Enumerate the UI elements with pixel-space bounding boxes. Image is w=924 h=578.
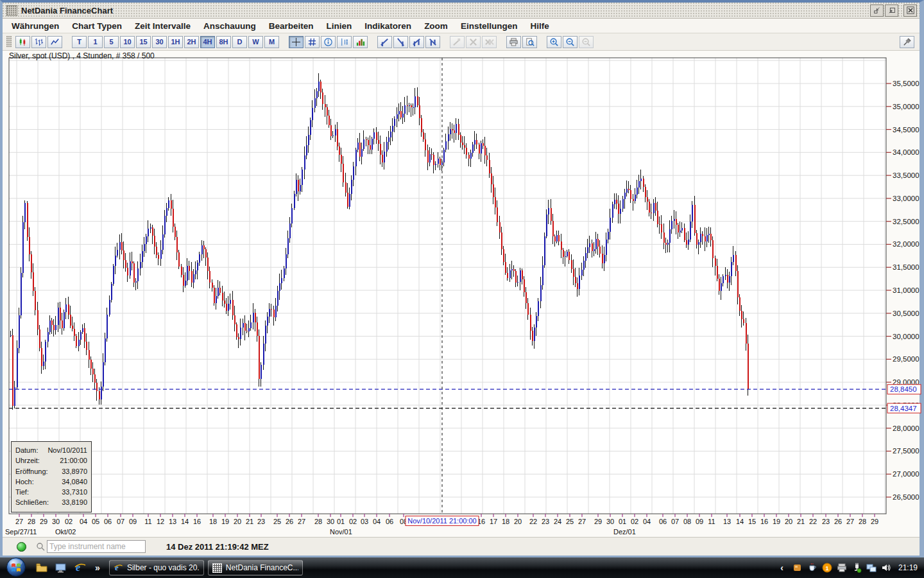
interval-button-w[interactable]: W bbox=[248, 36, 263, 48]
zoom-reset-icon bbox=[581, 37, 591, 47]
toolbar: T151015301H2H4H8HDWM bbox=[3, 33, 920, 51]
interval-button-10[interactable]: 10 bbox=[120, 36, 135, 48]
regression-line-button[interactable] bbox=[425, 36, 440, 48]
price-marker-button[interactable] bbox=[337, 36, 352, 48]
info-icon bbox=[323, 37, 333, 47]
folder-icon[interactable] bbox=[35, 561, 49, 575]
app-window: NetDania FinanceChart WährungenChart Typ… bbox=[0, 0, 924, 557]
interval-button-1[interactable]: 1 bbox=[88, 36, 103, 48]
tooltip-label: Uhrzeit: bbox=[15, 455, 40, 466]
tray-collapse-chevron[interactable]: ‹ bbox=[780, 563, 783, 573]
interval-button-8h[interactable]: 8H bbox=[216, 36, 231, 48]
minimize-button[interactable] bbox=[870, 4, 884, 17]
interval-button-15[interactable]: 15 bbox=[136, 36, 151, 48]
toolbar-grip[interactable] bbox=[6, 36, 12, 48]
volume-icon[interactable] bbox=[880, 562, 892, 574]
delete-all-lines-button[interactable] bbox=[482, 36, 497, 48]
trendline-extended-button[interactable] bbox=[393, 36, 408, 48]
task-buttons: eSilber - quo vadis 20...NetDania Financ… bbox=[109, 560, 307, 575]
trendline-button[interactable] bbox=[377, 36, 392, 48]
channel-line-button[interactable] bbox=[409, 36, 424, 48]
info-bubble-button[interactable] bbox=[321, 36, 336, 48]
candlestick-chart-button[interactable] bbox=[15, 36, 30, 48]
taskbar: e » eSilber - quo vadis 20...NetDania Fi… bbox=[0, 557, 924, 578]
edit-line-icon bbox=[452, 37, 462, 47]
title-bar[interactable]: NetDania FinanceChart bbox=[3, 3, 920, 19]
tooltip-value: 33,7310 bbox=[62, 487, 87, 497]
edit-line-button[interactable] bbox=[450, 36, 465, 48]
power-plug-icon[interactable] bbox=[851, 562, 862, 574]
zoom-reset-button[interactable] bbox=[579, 36, 594, 48]
netdania-app-icon bbox=[212, 563, 222, 573]
interval-button-30[interactable]: 30 bbox=[152, 36, 167, 48]
tray-app-icon[interactable] bbox=[792, 562, 803, 574]
search-icon bbox=[35, 541, 46, 552]
menu-item-zeit-intervalle[interactable]: Zeit Intervalle bbox=[128, 20, 197, 32]
internet-explorer-icon: e bbox=[114, 563, 123, 573]
java-update-icon[interactable] bbox=[807, 562, 818, 574]
interval-button-m[interactable]: M bbox=[264, 36, 279, 48]
interval-button-t[interactable]: T bbox=[72, 36, 87, 48]
taskbar-clock: 21:19 bbox=[898, 563, 918, 572]
interval-button-d[interactable]: D bbox=[232, 36, 247, 48]
tooltip-value: 34,0840 bbox=[62, 477, 87, 487]
ohlc-tooltip: Datum:Nov/10/2011Uhrzeit:21:00:00Eröffnu… bbox=[11, 441, 92, 512]
close-button[interactable] bbox=[903, 4, 917, 17]
line-chart-icon bbox=[50, 37, 60, 47]
print-button[interactable] bbox=[506, 36, 521, 48]
menu-item-zoom[interactable]: Zoom bbox=[418, 20, 454, 32]
start-button[interactable] bbox=[5, 556, 27, 578]
update-badge-icon[interactable]: 1 bbox=[821, 562, 833, 574]
delete-line-icon bbox=[468, 37, 478, 47]
zoom-in-icon bbox=[549, 37, 559, 47]
taskbar-button-silber-quo-vadis-20[interactable]: eSilber - quo vadis 20... bbox=[109, 560, 204, 575]
trend-1-icon bbox=[380, 37, 389, 47]
interval-button-1h[interactable]: 1H bbox=[168, 36, 183, 48]
grid-icon bbox=[307, 37, 317, 47]
menu-item-hilfe[interactable]: Hilfe bbox=[524, 20, 555, 32]
interval-button-5[interactable]: 5 bbox=[104, 36, 119, 48]
interval-button-2h[interactable]: 2H bbox=[184, 36, 199, 48]
zoom-in-button[interactable] bbox=[547, 36, 561, 48]
taskbar-button-netdania-financec[interactable]: NetDania FinanceC... bbox=[208, 560, 303, 575]
status-bar: 14 Dez 2011 21:19:42 MEZ bbox=[3, 537, 920, 556]
network-icon[interactable] bbox=[866, 562, 877, 574]
menu-item-indikatoren[interactable]: Indikatoren bbox=[358, 20, 418, 32]
menu-item-bearbeiten[interactable]: Bearbeiten bbox=[262, 20, 320, 32]
print-preview-icon bbox=[525, 37, 535, 47]
volume-button[interactable] bbox=[353, 36, 368, 48]
menu-item-wa-hrungen[interactable]: Währungen bbox=[5, 20, 65, 32]
menu-item-chart-typen[interactable]: Chart Typen bbox=[65, 20, 128, 32]
taskbar-button-label: Silber - quo vadis 20... bbox=[127, 563, 200, 572]
delete-line-button[interactable] bbox=[466, 36, 481, 48]
trend-3-icon bbox=[412, 37, 422, 47]
line-chart-button[interactable] bbox=[47, 36, 62, 48]
tooltip-label: Hoch: bbox=[15, 477, 34, 487]
zoom-out-button[interactable] bbox=[563, 36, 578, 48]
menu-item-anschauung[interactable]: Anschauung bbox=[197, 20, 262, 32]
server-timestamp: 14 Dez 2011 21:19:42 MEZ bbox=[166, 542, 269, 552]
toolbar-pin-button[interactable] bbox=[900, 36, 914, 48]
crosshair-button[interactable] bbox=[289, 36, 304, 48]
menu-item-linien[interactable]: Linien bbox=[320, 20, 359, 32]
menu-item-einstellungen[interactable]: Einstellungen bbox=[454, 20, 524, 32]
minimize-icon bbox=[873, 6, 882, 15]
internet-explorer-icon[interactable]: e bbox=[73, 561, 87, 575]
tooltip-row: Tief:33,7310 bbox=[15, 487, 87, 497]
candlestick-chart-icon bbox=[18, 37, 28, 47]
instrument-search-input[interactable] bbox=[47, 540, 146, 553]
grid-button[interactable] bbox=[305, 36, 320, 48]
quick-launch-overflow-chevron[interactable]: » bbox=[95, 563, 100, 573]
ohlc-bars-button[interactable] bbox=[31, 36, 46, 48]
print-preview-button[interactable] bbox=[522, 36, 537, 48]
chart-panel[interactable]: Silver, spot (USD) , 4 Stunden, # 358 / … bbox=[3, 51, 920, 537]
maximize-icon bbox=[887, 6, 896, 15]
show-desktop-icon[interactable] bbox=[54, 561, 68, 575]
tooltip-value: 21:00:00 bbox=[60, 455, 87, 466]
tooltip-row: Eröffnung:33,8970 bbox=[15, 466, 87, 477]
volume-icon bbox=[355, 37, 365, 47]
printer-icon[interactable] bbox=[836, 562, 848, 574]
trend-2-icon bbox=[396, 37, 406, 47]
maximize-button[interactable] bbox=[885, 4, 898, 17]
interval-button-4h[interactable]: 4H bbox=[200, 36, 215, 48]
